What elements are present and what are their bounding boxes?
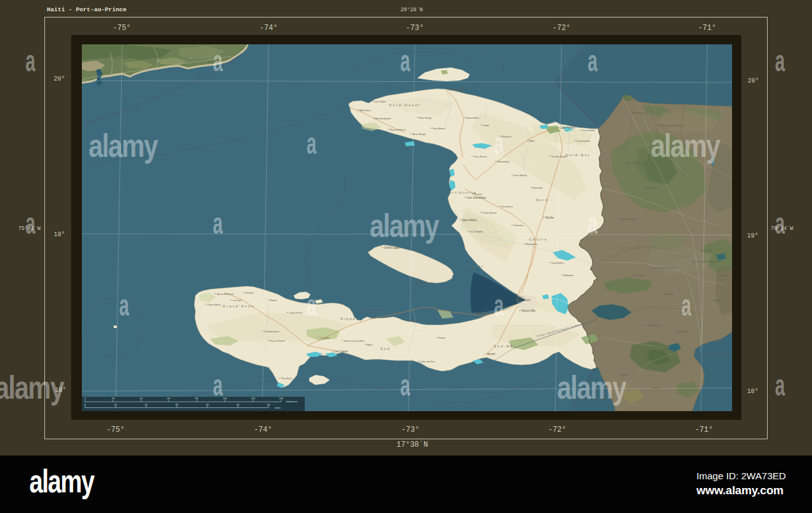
svg-text:Nord-Est: Nord-Est — [565, 153, 590, 157]
svg-text:Marmelade: Marmelade — [498, 161, 510, 163]
svg-text:Hinche: Hinche — [545, 216, 555, 219]
svg-text:Baoruco: Baoruco — [663, 348, 684, 352]
svg-text:Petit-Trou de Nippes: Petit-Trou de Nippes — [361, 309, 383, 311]
svg-text:San Juan: San Juan — [669, 254, 692, 258]
svg-text:Las Matas de Farfán: Las Matas de Farfán — [653, 266, 676, 269]
svg-text:Port-Salut: Port-Salut — [282, 377, 293, 380]
svg-text:Les Gonaives: Les Gonaives — [467, 196, 487, 199]
svg-text:Maissade: Maissade — [533, 187, 543, 189]
svg-text:Côtes-de-Fer: Côtes-de-Fer — [420, 360, 435, 363]
svg-text:Loma de Cabrera: Loma de Cabrera — [626, 162, 645, 164]
svg-text:Los Rios: Los Rios — [720, 274, 730, 277]
svg-text:Neiba: Neiba — [714, 299, 721, 302]
svg-text:20: 20 — [145, 403, 148, 406]
svg-text:Saint-Michel: Saint-Michel — [514, 174, 527, 177]
svg-text:Jérémie: Jérémie — [245, 292, 254, 294]
svg-text:Las Matas: Las Matas — [701, 249, 713, 252]
svg-text:120: 120 — [251, 397, 255, 400]
svg-text:Santa Cruz de Barahona: Santa Cruz de Barahona — [703, 352, 731, 356]
svg-text:Lascahobas: Lascahobas — [552, 262, 565, 264]
svg-text:Camp-Perrin: Camp-Perrin — [289, 312, 303, 314]
svg-text:La Descubierta: La Descubierta — [645, 324, 661, 327]
svg-text:80: 80 — [196, 397, 199, 400]
svg-text:Miragoane: Miragoane — [408, 319, 420, 322]
svg-text:Cité Soleil: Cité Soleil — [518, 299, 530, 302]
svg-text:Saint-Marc: Saint-Marc — [462, 218, 478, 222]
svg-text:San Juan de la Maguana: San Juan de la Maguana — [692, 260, 720, 263]
svg-text:Port-à-Piment: Port-à-Piment — [270, 340, 285, 342]
svg-text:20: 20 — [112, 397, 115, 400]
svg-text:Chardonnières: Chardonnières — [264, 331, 280, 333]
svg-text:Léogâne: Léogâne — [477, 311, 488, 314]
svg-text:60: 60 — [167, 397, 171, 400]
svg-text:Nippes: Nippes — [340, 317, 360, 321]
svg-text:Pétion-Ville: Pétion-Ville — [522, 309, 536, 312]
svg-text:Petite Rivière: Petite Rivière — [483, 212, 497, 214]
svg-text:Elías Piña: Elías Piña — [615, 246, 641, 249]
svg-text:Bassin-Bleu: Bassin-Bleu — [467, 117, 479, 119]
svg-text:Les Irois: Les Irois — [233, 299, 242, 302]
svg-text:40: 40 — [206, 403, 209, 406]
svg-text:Bombardopolis: Bombardopolis — [375, 117, 391, 120]
svg-text:Port-de-Paix: Port-de-Paix — [448, 88, 465, 91]
svg-text:Nord-Ouest: Nord-Ouest — [389, 103, 420, 107]
svg-text:Pointe-à-Raquette: Pointe-à-Raquette — [413, 281, 433, 284]
svg-text:Môle Saint: Môle Saint — [360, 109, 372, 112]
svg-text:Mare Rouge: Mare Rouge — [419, 117, 432, 119]
svg-text:Belladere: Belladere — [564, 274, 574, 277]
svg-text:Guantánamo: Guantánamo — [114, 56, 129, 59]
svg-text:60: 60 — [267, 403, 270, 406]
svg-text:Mirebalais: Mirebalais — [527, 243, 537, 246]
svg-text:Villarpando: Villarpando — [676, 331, 688, 333]
svg-text:50: 50 — [237, 403, 240, 406]
svg-text:Vallejuelo: Vallejuelo — [664, 293, 674, 296]
svg-text:Jacmel: Jacmel — [487, 352, 495, 356]
svg-text:Dessalines: Dessalines — [502, 206, 513, 208]
svg-text:Las Matas de Santa Cruz: Las Matas de Santa Cruz — [658, 124, 685, 127]
svg-text:Terre-Neuve: Terre-Neuve — [474, 156, 487, 158]
svg-text:Juancho: Juancho — [651, 387, 660, 389]
svg-text:kilometers: kilometers — [286, 400, 297, 403]
svg-text:Grand Lagon: Grand Lagon — [384, 246, 401, 249]
svg-text:Cap-Haïtien: Cap-Haïtien — [560, 126, 576, 129]
svg-text:Cavaillon: Cavaillon — [320, 337, 330, 339]
svg-text:Limbé: Limbé — [483, 124, 489, 127]
svg-text:Anse Rouge: Anse Rouge — [413, 133, 426, 136]
svg-text:Restauracion: Restauracion — [645, 187, 659, 189]
svg-text:Baie de Henne: Baie de Henne — [390, 129, 406, 131]
svg-text:Les Cayes: Les Cayes — [335, 350, 349, 353]
svg-text:Verrettes: Verrettes — [514, 224, 523, 227]
svg-text:Pedro Santana: Pedro Santana — [620, 218, 636, 221]
svg-text:Fort-Liberté: Fort-Liberté — [583, 129, 595, 132]
svg-text:140: 140 — [279, 397, 284, 400]
svg-text:Moron: Moron — [270, 299, 277, 302]
svg-text:Grand'Anse: Grand'Anse — [222, 304, 255, 308]
svg-text:Centre: Centre — [529, 237, 548, 241]
svg-text:Aquin: Aquin — [367, 344, 373, 346]
svg-text:Jean-Rabel: Jean-Rabel — [374, 101, 387, 103]
svg-text:Nord: Nord — [535, 198, 548, 202]
svg-text:Ouanaminthe: Ouanaminthe — [577, 140, 591, 142]
svg-text:Saint-Louis du Sud: Saint-Louis du Sud — [344, 340, 364, 342]
svg-text:La Chapelle: La Chapelle — [470, 231, 483, 233]
svg-text:Milot: Milot — [530, 140, 535, 142]
svg-text:Bainet: Bainet — [439, 337, 447, 339]
svg-text:Dame-Marie: Dame-Marie — [208, 304, 221, 306]
svg-text:100: 100 — [223, 397, 227, 400]
svg-text:30: 30 — [176, 403, 179, 406]
svg-text:Gros-Morne: Gros-Morne — [433, 127, 445, 130]
svg-text:Anse d'Hainault: Anse d'Hainault — [217, 293, 234, 296]
svg-text:El Cercado: El Cercado — [633, 274, 645, 277]
svg-text:Grande Rivière: Grande Rivière — [552, 156, 568, 158]
svg-text:Villa Vasquez: Villa Vasquez — [633, 112, 647, 114]
svg-text:Sud-Est: Sud-Est — [493, 344, 515, 348]
svg-text:10: 10 — [114, 403, 117, 406]
svg-text:miles: miles — [275, 406, 280, 409]
svg-text:40: 40 — [140, 397, 143, 400]
svg-text:Ouest: Ouest — [468, 264, 484, 268]
svg-text:Sud: Sud — [380, 347, 391, 351]
